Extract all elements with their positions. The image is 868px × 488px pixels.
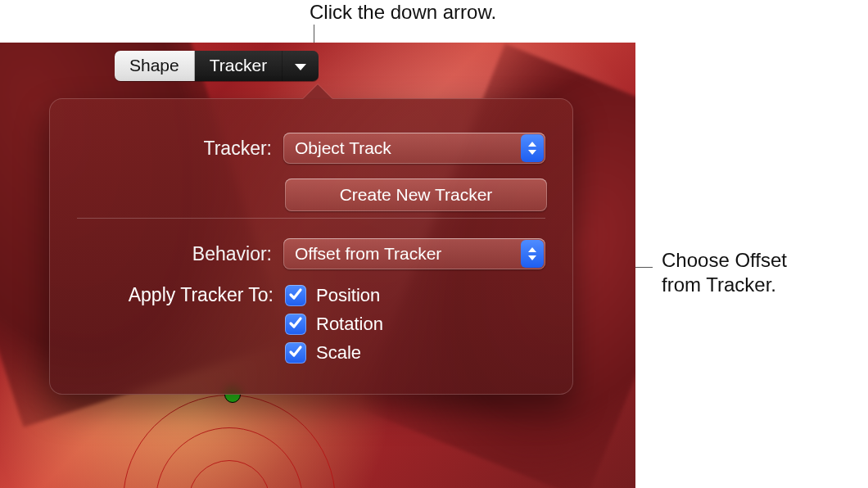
checkbox-rotation[interactable]: [285, 314, 306, 335]
tracker-label: Tracker:: [77, 138, 283, 160]
check-icon: [288, 287, 303, 305]
tracker-popup-value: Object Track: [295, 138, 391, 158]
check-icon: [288, 344, 303, 362]
tab-tracker-menu-arrow[interactable]: [283, 51, 319, 81]
updown-icon: [521, 240, 544, 268]
row-behavior: Behavior: Offset from Tracker: [77, 238, 545, 269]
checkbox-position[interactable]: [285, 285, 306, 306]
callout-right-line2: from Tracker.: [662, 273, 776, 296]
callout-top: Click the down arrow.: [310, 0, 496, 25]
check-icon: [288, 315, 303, 333]
tab-shape[interactable]: Shape: [115, 51, 195, 81]
tracker-overlay[interactable]: [123, 395, 336, 488]
behavior-popup[interactable]: Offset from Tracker: [283, 238, 545, 269]
updown-icon: [521, 134, 544, 162]
behavior-popup-value: Offset from Tracker: [295, 244, 441, 264]
divider: [77, 218, 545, 219]
callout-right-line1: Choose Offset: [662, 249, 787, 271]
tab-tracker[interactable]: Tracker: [195, 51, 283, 81]
checkbox-rotation-label: Rotation: [316, 314, 383, 335]
chevron-down-icon: [294, 56, 307, 76]
row-apply-rotation: . Rotation: [77, 313, 545, 335]
row-tracker: Tracker: Object Track: [77, 133, 545, 164]
behavior-label: Behavior:: [77, 243, 283, 265]
checkbox-position-label: Position: [316, 285, 380, 306]
tracker-popover: Tracker: Object Track Create New Tracker…: [49, 98, 573, 395]
mode-segmented-control: Shape Tracker: [115, 51, 319, 81]
row-apply-scale: . Scale: [77, 341, 545, 364]
checkbox-scale-label: Scale: [316, 342, 361, 364]
stage: Click the down arrow. Choose Offset from…: [0, 0, 868, 488]
callout-right: Choose Offset from Tracker.: [662, 248, 787, 297]
checkbox-scale[interactable]: [285, 342, 306, 364]
tracker-popup[interactable]: Object Track: [283, 133, 545, 164]
row-apply-position: Apply Tracker To: Position: [77, 284, 545, 306]
create-new-tracker-button[interactable]: Create New Tracker: [285, 178, 547, 211]
apply-tracker-to-label: Apply Tracker To:: [77, 284, 285, 306]
